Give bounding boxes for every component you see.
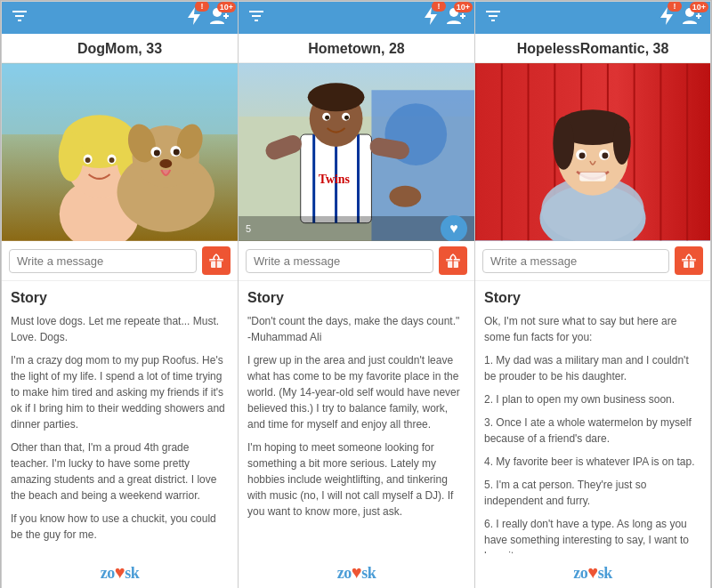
gift-button[interactable] [202, 246, 231, 275]
add-person-button[interactable]: 10+ [209, 7, 229, 28]
zoosk-heart-icon: ♥ [352, 562, 361, 582]
zoosk-logo: zo♥sk [475, 562, 710, 583]
story-paragraph: Other than that, I'm a proud 4th grade t… [11, 439, 229, 503]
profile-card-3: ! 10+ HopelessRomantic, 38 [474, 1, 711, 588]
gift-button[interactable] [675, 246, 703, 275]
story-paragraph: 5. I'm a cat person. They're just so ind… [484, 477, 701, 509]
profile-photo [475, 63, 710, 241]
zoosk-logo-bar: zo♥sk [239, 559, 474, 588]
filter-icon[interactable] [11, 8, 28, 28]
svg-point-25 [174, 149, 180, 156]
zoosk-logo: zo♥sk [2, 562, 238, 583]
story-paragraph: Must love dogs. Let me repeate that... M… [11, 313, 229, 345]
svg-point-54 [344, 116, 349, 120]
svg-rect-87 [579, 173, 606, 181]
svg-point-85 [579, 152, 586, 158]
story-paragraph: 4. My favorite beer is whatever IPA is o… [484, 454, 701, 470]
add-person-button[interactable]: 10+ [446, 7, 465, 28]
message-bar [2, 241, 238, 281]
profile-photo: Twins 5♥ [239, 63, 474, 241]
photo-count: 5 [246, 223, 251, 234]
svg-point-26 [159, 159, 172, 168]
zoosk-logo-bar: zo♥sk [2, 559, 238, 588]
zoosk-heart-icon: ♥ [115, 562, 125, 582]
story-paragraph: I'm hoping to meet someone looking for s… [247, 439, 465, 520]
top-bar-action-icons: ! 10+ [186, 6, 229, 29]
top-bar-action-icons: ! 10+ [659, 6, 701, 29]
story-text: Ok, I'm not sure what to say but here ar… [484, 313, 701, 553]
zoosk-heart-icon: ♥ [587, 562, 597, 582]
flash-badge: ! [432, 1, 446, 12]
add-person-button[interactable]: 10+ [682, 7, 701, 28]
heart-button[interactable]: ♥ [441, 215, 467, 241]
flash-button[interactable]: ! [186, 6, 202, 29]
top-bar: ! 10+ [2, 2, 238, 34]
filter-icon[interactable] [484, 8, 502, 28]
story-title: Story [11, 290, 229, 306]
profile-name: HopelessRomantic, 38 [475, 34, 710, 63]
message-input[interactable] [482, 249, 669, 273]
svg-point-86 [602, 152, 608, 158]
profile-name: DogMom, 33 [2, 34, 238, 63]
story-paragraph: 2. I plan to open my own business soon. [484, 391, 701, 407]
message-bar [239, 241, 474, 281]
svg-point-24 [154, 150, 160, 157]
story-section: StoryOk, I'm not sure what to say but he… [475, 281, 710, 559]
story-paragraph: I'm a crazy dog mom to my pup Roofus. He… [11, 352, 229, 432]
story-title: Story [247, 290, 465, 306]
svg-point-50 [308, 83, 365, 111]
svg-point-53 [325, 116, 329, 120]
story-section: StoryMust love dogs. Let me repeate that… [2, 281, 238, 559]
top-bar: ! 10+ [475, 2, 710, 34]
story-text: "Don't count the days, make the days cou… [247, 313, 465, 553]
story-paragraph: I grew up in the area and just couldn't … [247, 352, 465, 432]
flash-badge: ! [195, 1, 209, 12]
story-text: Must love dogs. Let me repeate that... M… [11, 313, 229, 553]
message-input[interactable] [246, 249, 433, 273]
profile-card-1: ! 10+ DogMom, 33 [1, 1, 238, 588]
story-title: Story [484, 290, 701, 306]
message-input[interactable] [9, 249, 197, 273]
svg-point-82 [613, 118, 631, 165]
zoosk-logo-bar: zo♥sk [475, 559, 710, 588]
story-paragraph: Ok, I'm not sure what to say but here ar… [484, 313, 701, 345]
filter-icon[interactable] [247, 8, 265, 28]
story-paragraph: "Don't count the days, make the days cou… [247, 313, 465, 345]
story-section: Story"Don't count the days, make the day… [239, 281, 474, 559]
svg-point-81 [553, 117, 574, 170]
flash-button[interactable]: ! [423, 6, 439, 29]
message-bar [475, 241, 710, 281]
svg-text:Twins: Twins [319, 173, 351, 186]
story-paragraph: If you know how to use a chuckit, you co… [11, 511, 229, 543]
story-paragraph: 1. My dad was a military man and I could… [484, 352, 701, 384]
top-bar: ! 10+ [239, 2, 474, 34]
svg-point-12 [59, 132, 84, 181]
top-bar-action-icons: ! 10+ [423, 6, 465, 29]
flash-button[interactable]: ! [659, 6, 675, 29]
person-badge: 10+ [454, 2, 473, 12]
story-paragraph: 3. Once I ate a whole watermelon by myse… [484, 415, 701, 447]
gift-button[interactable] [439, 246, 467, 275]
profile-card-2: ! 10+ Hometown, 28 [238, 1, 474, 588]
zoosk-logo: zo♥sk [239, 562, 474, 583]
svg-point-17 [109, 157, 115, 163]
profile-photo [2, 63, 238, 241]
story-paragraph: 6. I really don't have a type. As long a… [484, 516, 701, 553]
flash-badge: ! [668, 1, 682, 12]
svg-point-55 [389, 186, 421, 207]
person-badge: 10+ [690, 2, 708, 12]
person-badge: 10+ [217, 2, 236, 12]
photo-dots: 5 [246, 223, 251, 234]
svg-point-16 [85, 157, 91, 163]
profile-name: Hometown, 28 [239, 34, 474, 63]
photo-bottom-bar: 5♥ [239, 216, 474, 241]
